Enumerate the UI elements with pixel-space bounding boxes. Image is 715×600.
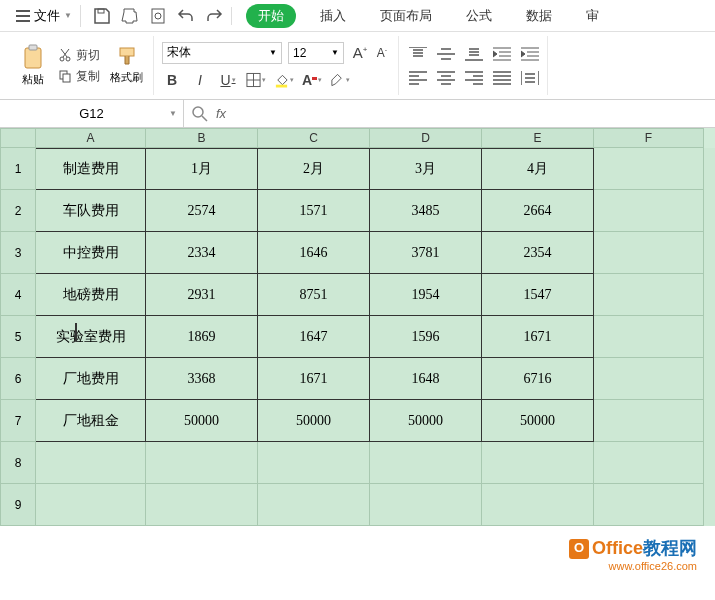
cell[interactable]: 实验室费用 — [36, 316, 146, 358]
column-header-D[interactable]: D — [370, 128, 482, 148]
align-top-button[interactable] — [407, 45, 429, 63]
cell[interactable]: 2354 — [482, 232, 594, 274]
name-box-input[interactable] — [0, 106, 183, 121]
cell[interactable]: 1648 — [370, 358, 482, 400]
cell[interactable]: 3485 — [370, 190, 482, 232]
row-header[interactable]: 3 — [0, 232, 36, 274]
cell[interactable]: 3781 — [370, 232, 482, 274]
row-header[interactable]: 7 — [0, 400, 36, 442]
cell[interactable]: 1671 — [258, 358, 370, 400]
cell[interactable]: 1571 — [258, 190, 370, 232]
cell[interactable]: 制造费用 — [36, 148, 146, 190]
cell[interactable] — [594, 442, 704, 484]
cell[interactable]: 50000 — [258, 400, 370, 442]
cell[interactable]: 厂地租金 — [36, 400, 146, 442]
cell[interactable]: 地磅费用 — [36, 274, 146, 316]
font-color-button[interactable]: A▾ — [302, 70, 322, 90]
cell[interactable] — [594, 316, 704, 358]
cell[interactable]: 1954 — [370, 274, 482, 316]
cell[interactable] — [36, 442, 146, 484]
cell[interactable]: 1月 — [146, 148, 258, 190]
name-box[interactable]: ▼ — [0, 100, 184, 127]
decrease-indent-button[interactable] — [491, 45, 513, 63]
redo-icon[interactable] — [205, 7, 223, 25]
row-header[interactable]: 5 — [0, 316, 36, 358]
cell[interactable] — [482, 442, 594, 484]
cell[interactable]: 3368 — [146, 358, 258, 400]
font-name-select[interactable]: 宋体 ▼ — [162, 42, 282, 64]
distribute-button[interactable] — [519, 69, 541, 87]
cell[interactable] — [370, 442, 482, 484]
cell[interactable] — [594, 484, 704, 526]
select-all-corner[interactable] — [0, 128, 36, 148]
cell[interactable] — [146, 484, 258, 526]
tab-page-layout[interactable]: 页面布局 — [370, 3, 442, 29]
cell[interactable] — [594, 358, 704, 400]
cell[interactable] — [594, 400, 704, 442]
decrease-font-button[interactable]: A- — [372, 43, 392, 63]
cell[interactable]: 50000 — [146, 400, 258, 442]
bold-button[interactable]: B — [162, 70, 182, 90]
align-bottom-button[interactable] — [463, 45, 485, 63]
cell[interactable] — [36, 484, 146, 526]
paste-button[interactable]: 粘贴 — [14, 42, 52, 89]
cell[interactable]: 2月 — [258, 148, 370, 190]
print-icon[interactable] — [121, 7, 139, 25]
print-preview-icon[interactable] — [149, 7, 167, 25]
cell[interactable] — [482, 484, 594, 526]
cell[interactable]: 厂地费用 — [36, 358, 146, 400]
column-header-F[interactable]: F — [594, 128, 704, 148]
format-painter-button[interactable]: 格式刷 — [106, 44, 147, 87]
cell[interactable]: 1647 — [258, 316, 370, 358]
highlight-button[interactable]: ▾ — [330, 70, 350, 90]
tab-review[interactable]: 审 — [576, 3, 609, 29]
undo-icon[interactable] — [177, 7, 195, 25]
cell[interactable]: 2664 — [482, 190, 594, 232]
cell[interactable]: 4月 — [482, 148, 594, 190]
cut-button[interactable]: 剪切 — [58, 47, 100, 64]
cell[interactable] — [594, 148, 704, 190]
fill-color-button[interactable]: ▾ — [274, 70, 294, 90]
column-header-E[interactable]: E — [482, 128, 594, 148]
cell[interactable]: 1547 — [482, 274, 594, 316]
copy-button[interactable]: 复制 — [58, 68, 100, 85]
row-header[interactable]: 8 — [0, 442, 36, 484]
search-icon[interactable] — [192, 106, 208, 122]
file-menu[interactable]: 文件 ▼ — [8, 5, 81, 27]
cell[interactable] — [594, 232, 704, 274]
cell[interactable]: 2574 — [146, 190, 258, 232]
align-left-button[interactable] — [407, 69, 429, 87]
tab-data[interactable]: 数据 — [516, 3, 562, 29]
cell[interactable]: 1671 — [482, 316, 594, 358]
row-header[interactable]: 6 — [0, 358, 36, 400]
tab-home[interactable]: 开始 — [246, 4, 296, 28]
cell[interactable] — [258, 484, 370, 526]
cell[interactable] — [370, 484, 482, 526]
cell[interactable]: 2334 — [146, 232, 258, 274]
border-button[interactable]: ▾ — [246, 70, 266, 90]
column-header-C[interactable]: C — [258, 128, 370, 148]
align-middle-button[interactable] — [435, 45, 457, 63]
cell[interactable]: 8751 — [258, 274, 370, 316]
row-header[interactable]: 4 — [0, 274, 36, 316]
row-header[interactable]: 2 — [0, 190, 36, 232]
cell[interactable] — [258, 442, 370, 484]
cell[interactable]: 6716 — [482, 358, 594, 400]
tab-insert[interactable]: 插入 — [310, 3, 356, 29]
row-header[interactable]: 9 — [0, 484, 36, 526]
cell[interactable] — [146, 442, 258, 484]
cell[interactable]: 3月 — [370, 148, 482, 190]
cell[interactable]: 2931 — [146, 274, 258, 316]
column-header-A[interactable]: A — [36, 128, 146, 148]
underline-button[interactable]: U▾ — [218, 70, 238, 90]
fx-label[interactable]: fx — [216, 106, 226, 121]
increase-font-button[interactable]: A+ — [350, 43, 370, 63]
italic-button[interactable]: I — [190, 70, 210, 90]
cell[interactable]: 50000 — [370, 400, 482, 442]
cell[interactable]: 中控费用 — [36, 232, 146, 274]
cell[interactable]: 1869 — [146, 316, 258, 358]
font-size-select[interactable]: 12 ▼ — [288, 42, 344, 64]
justify-button[interactable] — [491, 69, 513, 87]
cell[interactable]: 50000 — [482, 400, 594, 442]
row-header[interactable]: 1 — [0, 148, 36, 190]
